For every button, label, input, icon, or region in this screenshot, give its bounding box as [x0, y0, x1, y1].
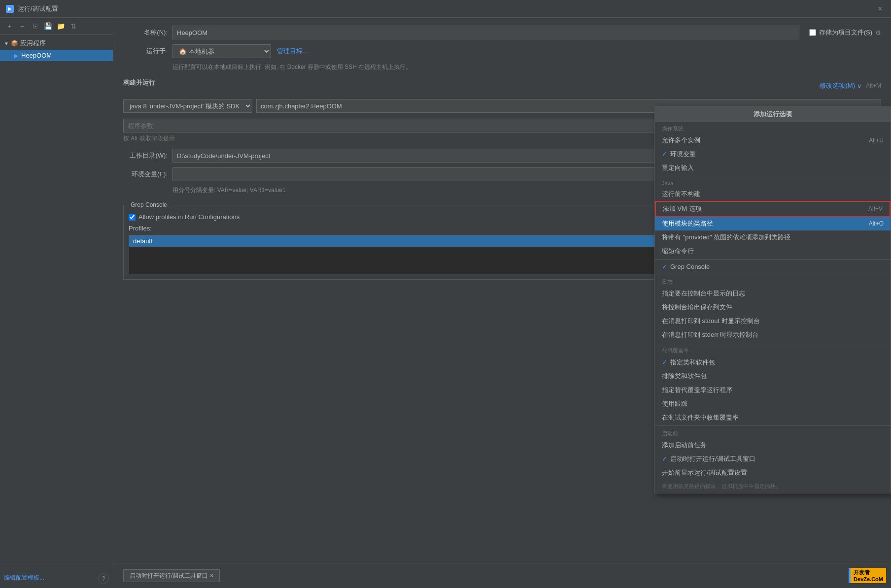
item-label: 指定替代覆盖率运行程序 [662, 386, 732, 394]
sidebar-footer: 编辑配置模板... ? [0, 567, 113, 588]
item-label: ✓Grep Console [662, 263, 710, 270]
tree-item-icon: ▶ [14, 52, 18, 59]
item-label: 将带有 "provided" 范围的依赖项添加到类路径 [662, 233, 790, 242]
run-on-select-area: 🏠 本地机器 管理目标... [172, 44, 308, 58]
copy-config-button[interactable]: ⎘ [30, 21, 40, 32]
dialog-icon: ▶ [6, 5, 14, 13]
item-label: 指定要在控制台中显示的日志 [662, 289, 745, 298]
check-icon: ✓ [662, 455, 667, 462]
check-icon: ✓ [662, 263, 667, 270]
section-java-label: Java [655, 177, 891, 187]
store-label: 存储为项目文件(S) [819, 28, 872, 37]
launch-tool-window-button[interactable]: 启动时打开运行/调试工具窗口 × [123, 569, 220, 582]
store-checkbox[interactable] [809, 29, 816, 36]
dropdown-item-redirect[interactable]: 重定向输入 [655, 161, 891, 175]
modify-options-shortcut: Alt+M [866, 82, 881, 89]
item-shortcut: Alt+V [868, 205, 883, 212]
item-label: 使用跟踪 [662, 399, 687, 408]
dialog-footer: 启动时打开运行/调试工具窗口 × 确定 [113, 563, 891, 588]
section-log-label: 日志 [655, 275, 891, 287]
dropdown-item-open-toolwindow[interactable]: ✓启动时打开运行/调试工具窗口 [655, 452, 891, 466]
close-button[interactable]: × [875, 4, 885, 14]
build-run-title: 构建并运行 [123, 78, 155, 87]
item-label: 在测试文件夹中收集覆盖率 [662, 413, 739, 422]
sdk-select[interactable]: java 8 'under-JVM-project' 模块的 SDK [123, 99, 252, 113]
dropdown-item-show-settings[interactable]: 开始前显示运行/调试配置设置 [655, 466, 891, 480]
separator-5 [655, 425, 891, 426]
manage-targets-link[interactable]: 管理目标... [277, 47, 308, 56]
item-label: 重定向输入 [662, 163, 694, 172]
folder-config-button[interactable]: 📁 [55, 21, 66, 32]
edit-templates-link[interactable]: 编辑配置模板... [4, 574, 44, 582]
item-label: 添加 VM 选项 [663, 204, 702, 213]
help-button[interactable]: ? [98, 573, 109, 584]
tree-item-heepool[interactable]: ▶ HeepOOM [0, 50, 113, 61]
dropdown-item-module-classpath[interactable]: 使用模块的类路径 Alt+O [655, 217, 891, 230]
section-os-label: 操作系统 [655, 122, 891, 133]
modify-options-arrow: ∨ [857, 82, 862, 90]
dropdown-item-exclude-classes[interactable]: 排除类和软件包 [655, 369, 891, 383]
run-info-text: 运行配置可以在本地或目标上执行: 例如, 在 Docker 容器中或使用 SSH… [172, 63, 881, 71]
run-on-select[interactable]: 🏠 本地机器 [172, 44, 271, 58]
dropdown-item-stderr-console[interactable]: 在消息打印到 stderr 时显示控制台 [655, 328, 891, 342]
dropdown-item-stdout-console[interactable]: 在消息打印到 stdout 时显示控制台 [655, 314, 891, 328]
allow-profiles-checkbox[interactable] [129, 214, 136, 221]
dropdown-item-allow-multiple[interactable]: 允许多个实例 Alt+U [655, 133, 891, 147]
devze-watermark: 开发者DevZe.CoM [851, 568, 886, 583]
dropdown-item-collect-test-coverage[interactable]: 在测试文件夹中收集覆盖率 [655, 411, 891, 425]
item-label: 允许多个实例 [662, 136, 700, 145]
dropdown-item-env-vars[interactable]: ✓环境变量 [655, 147, 891, 161]
dropdown-item-provided-deps[interactable]: 将带有 "provided" 范围的依赖项添加到类路径 [655, 230, 891, 244]
item-label: ✓指定类和软件包 [662, 358, 715, 367]
add-run-options-dropdown: 添加运行选项 操作系统 允许多个实例 Alt+U ✓环境变量 重定向输入 J [654, 106, 891, 493]
item-label: 使用模块的类路径 [662, 219, 713, 228]
separator-3 [655, 274, 891, 274]
store-gear-icon[interactable]: ⚙ [875, 29, 881, 36]
item-shortcut: Alt+U [869, 137, 884, 144]
tree-item-label: HeepOOM [21, 52, 52, 59]
launch-btn-label: 启动时打开运行/调试工具窗口 [130, 572, 208, 580]
dropdown-item-short-cmd[interactable]: 缩短命令行 [655, 244, 891, 258]
dialog-body: + − ⎘ 💾 📁 ⇅ ▼ 📦 应用程序 ▶ HeepOOM [0, 18, 891, 588]
item-label: 添加启动前任务 [662, 441, 707, 450]
grep-console-legend: Grep Console [129, 201, 169, 208]
dropdown-item-add-before-launch[interactable]: 添加启动前任务 [655, 438, 891, 452]
name-label: 名称(N): [123, 28, 168, 37]
env-label: 环境变量(E): [123, 170, 168, 179]
remove-config-button[interactable]: − [17, 21, 28, 32]
dropdown-item-log-console[interactable]: 指定要在控制台中显示的日志 [655, 287, 891, 300]
sidebar-toolbar: + − ⎘ 💾 📁 ⇅ [0, 18, 113, 35]
dropdown-item-alt-coverage[interactable]: 指定替代覆盖率运行程序 [655, 383, 891, 397]
name-input[interactable] [172, 26, 799, 39]
modify-options-label: 修改选项(M) [820, 81, 855, 90]
add-config-button[interactable]: + [4, 21, 15, 32]
title-bar: ▶ 运行/调试配置 × [0, 0, 891, 18]
dropdown-item-no-build[interactable]: 运行前不构建 [655, 187, 891, 201]
modify-options-button[interactable]: 修改选项(M) ∨ Alt+M [820, 81, 881, 90]
check-icon: ✓ [662, 150, 667, 158]
dropdown-item-add-vm[interactable]: 添加 VM 选项 Alt+V [655, 201, 891, 217]
tree-arrow: ▼ [4, 41, 9, 46]
save-config-button[interactable]: 💾 [42, 21, 53, 32]
item-label: 缩短命令行 [662, 247, 694, 256]
title-bar-left: ▶ 运行/调试配置 [6, 4, 58, 13]
dialog-title: 运行/调试配置 [18, 4, 58, 13]
item-label: 运行前不构建 [662, 190, 700, 198]
dropdown-item-classes-pkg[interactable]: ✓指定类和软件包 [655, 356, 891, 369]
tree-category-application[interactable]: ▼ 📦 应用程序 [0, 37, 113, 50]
item-label: ✓启动时打开运行/调试工具窗口 [662, 455, 755, 463]
dropdown-bottom-note: 将使用基类路径的模块，虚拟机选中中指定的块。 [655, 480, 891, 493]
dropdown-item-grep-console[interactable]: ✓Grep Console [655, 261, 891, 273]
store-checkbox-area: 存储为项目文件(S) ⚙ [809, 28, 881, 37]
sidebar: + − ⎘ 💾 📁 ⇅ ▼ 📦 应用程序 ▶ HeepOOM [0, 18, 113, 588]
sort-config-button[interactable]: ⇅ [68, 21, 79, 32]
work-dir-label: 工作目录(W): [123, 151, 168, 160]
dropdown-item-use-trace[interactable]: 使用跟踪 [655, 397, 891, 411]
item-label: 在消息打印到 stdout 时显示控制台 [662, 317, 760, 326]
launch-btn-close: × [210, 572, 213, 579]
dropdown-item-log-file[interactable]: 将控制台输出保存到文件 [655, 300, 891, 314]
footer-left: 启动时打开运行/调试工具窗口 × [123, 569, 220, 582]
item-label: 在消息打印到 stderr 时显示控制台 [662, 330, 758, 339]
item-label: 开始前显示运行/调试配置设置 [662, 468, 747, 477]
category-icon: 📦 [11, 40, 18, 47]
